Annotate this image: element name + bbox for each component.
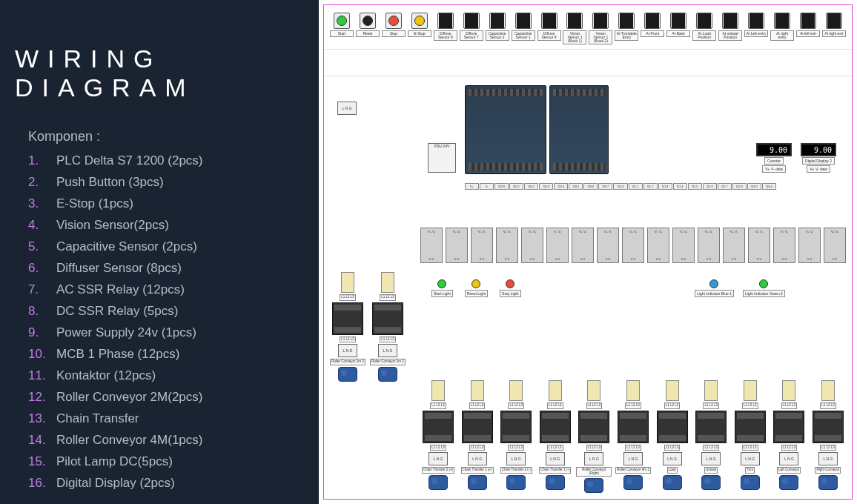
ssr-relay: V+ V-V V <box>471 228 493 263</box>
motor-label: Turn <box>745 467 755 474</box>
motor-label: Roller Conveyor 4m 1 <box>615 467 651 474</box>
mcb-icon <box>341 272 354 293</box>
contactor-pins-top: L1 L2 L3 <box>547 402 563 409</box>
motor-icon <box>468 475 487 490</box>
ssr-pins-bottom: V V <box>555 257 560 261</box>
plc-terminal: Q0.3 <box>539 183 553 190</box>
plc-main <box>465 85 546 174</box>
plc-terminal: Q1.1 <box>629 183 643 190</box>
ssr-relay: V+ V-V V <box>798 228 821 263</box>
component-number: 9. <box>28 325 56 340</box>
component-number: 16. <box>28 476 56 491</box>
ssr-pins-top: V+ V- <box>831 230 838 233</box>
plc-terminal: Q1.5 <box>688 183 702 190</box>
lng-terminal: L N G <box>818 452 838 465</box>
motor-icon <box>779 475 798 490</box>
motor-unit: L1 L2 L3 L1 L2 L3 L N G Roller Conveyor … <box>615 380 651 493</box>
counter-row: 9.00CounterV+ V- data9.00Digital Display… <box>755 143 837 173</box>
ssr-pins-bottom: V V <box>833 257 837 261</box>
input-label: Diffuse Sensor 8 <box>434 30 457 41</box>
ssr-relay: V+ V-V V <box>521 228 543 263</box>
lamp-icon <box>471 279 480 288</box>
component-item: 12.Roller Conveyor 2M(2pcs) <box>28 390 304 405</box>
component-item: 7.AC SSR Relay (12pcs) <box>28 282 304 297</box>
ssr-pins-bottom: V V <box>480 257 484 261</box>
pilot-lamp: Light Indicator Blue 1 <box>695 279 734 297</box>
lng-terminal: L N G <box>378 344 397 357</box>
ssr-pins-top: V+ V- <box>428 230 435 233</box>
sensor-icon <box>541 13 557 29</box>
ssr-pins-top: V+ V- <box>655 230 662 233</box>
display-pins: V+ V- data <box>762 165 786 173</box>
sensor-icon <box>670 13 686 29</box>
motor-icon <box>338 367 357 382</box>
ssr-pins-top: V+ V- <box>781 230 788 233</box>
sensor-icon <box>774 13 790 29</box>
motor-unit: L1 L2 L3 L1 L2 L3 L N G Unload <box>693 380 729 493</box>
plc-terminal: Q0.5 <box>569 183 583 190</box>
plc-terminal: V+ <box>465 183 479 190</box>
input-label: Capacitive Sensor 1 <box>512 30 535 41</box>
component-number: 1. <box>28 153 56 168</box>
sensor-icon <box>618 13 635 29</box>
lamp-icon <box>759 279 768 288</box>
sensor-icon <box>515 13 532 29</box>
input-label: Vision Sensor 1 (Book 1) <box>563 30 586 44</box>
ssr-pins-top: V+ V- <box>755 230 763 233</box>
input-device: Capacitive Sensor 1 <box>512 13 535 44</box>
component-text: Diffuser Sensor (8pcs) <box>56 261 182 276</box>
ssr-pins-bottom: V V <box>429 257 434 261</box>
mcb-icon <box>821 380 835 401</box>
lamp-label: Light Indicator Blue 1 <box>695 290 734 297</box>
motor-unit: L1 L2 L3 L1 L2 L3 L N G Right Conveyor <box>810 380 846 493</box>
ssr-relay: V+ V-V V <box>572 228 594 263</box>
ssr-pins-bottom: V V <box>782 257 787 261</box>
component-number: 7. <box>28 282 56 297</box>
indicator-lights-row: Light Indicator Blue 1Light Indicator Gr… <box>695 279 785 297</box>
sensor-icon <box>644 13 661 29</box>
sensor-icon <box>566 13 583 29</box>
input-label: At right exit <box>822 30 846 37</box>
component-text: Power Supply 24v (1pcs) <box>56 325 196 340</box>
contactor-icon <box>657 411 688 443</box>
input-label: At Left entry <box>744 30 768 37</box>
ssr-pins-bottom: V V <box>732 257 736 261</box>
component-number: 5. <box>28 239 56 254</box>
component-item: 15.Pilot Lamp DC(5pcs) <box>28 454 304 469</box>
contactor-icon <box>372 302 403 335</box>
motor-unit: L1 L2 L3 L1 L2 L3 L N G Turn <box>732 380 768 493</box>
ssr-relay: V+ V-V V <box>698 228 720 263</box>
input-device: Vision Sensor 1 (Book 2) <box>589 13 612 44</box>
component-number: 4. <box>28 218 56 233</box>
sensor-icon <box>800 13 816 29</box>
lng-terminal: L N G <box>468 452 487 465</box>
bottom-motor-row: L1 L2 L3 L1 L2 L3 L N G Chain Transfer 2… <box>420 380 846 493</box>
wiring-diagram: StartResetStopE-StopDiffuse Sensor 8Diff… <box>323 4 853 500</box>
plc-terminal: V- <box>480 183 494 190</box>
ssr-pins-top: V+ V- <box>529 230 536 233</box>
plc-terminal: Q1.6 <box>703 183 717 190</box>
input-device: Reset <box>356 13 380 44</box>
input-device: At Turntable Entry <box>615 13 638 44</box>
motor-icon <box>741 475 760 490</box>
sensor-icon <box>489 13 506 29</box>
ssr-relay: V+ V-V V <box>622 228 644 263</box>
ssr-relay: V+ V-V V <box>773 228 795 263</box>
motor-unit: L1 L2 L3 L1 L2 L3 L N G Left Conveyor <box>771 380 807 493</box>
component-text: PLC Delta S7 1200 (2pcs) <box>56 153 203 168</box>
input-label: Diffuse Sensor 7 <box>460 30 483 41</box>
plc-terminal: Q0.7 <box>598 183 612 190</box>
input-device: Diffuse Sensor 9 <box>537 13 561 44</box>
mcb-icon <box>626 380 640 401</box>
ssr-pins-top: V+ V- <box>554 230 561 233</box>
lamp-icon <box>506 279 514 288</box>
motor-label: Chain Transfer 2 (+) <box>422 467 454 474</box>
contactor-icon <box>773 411 804 443</box>
motor-label: Left Conveyor <box>777 467 801 474</box>
input-label: Stop <box>382 30 406 37</box>
plc-terminal: Q3.4 <box>762 183 776 190</box>
contactor-icon <box>578 411 609 443</box>
push-button-icon <box>386 13 402 29</box>
motor-unit: L1 L2 L3 L1 L2 L3 L N G Load <box>655 380 690 493</box>
plc-expansion <box>549 85 609 174</box>
